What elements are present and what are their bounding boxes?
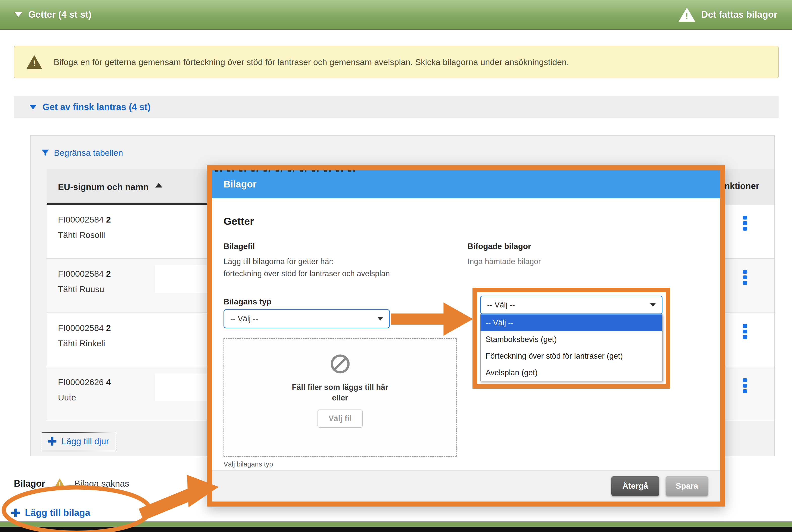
warning-icon xyxy=(26,55,42,69)
dropzone-or-text: eller xyxy=(332,393,348,402)
highlighted-dropdown-annotation: -- Välj -- -- Välj -- Stamboksbevis (get… xyxy=(472,288,670,388)
plus-icon xyxy=(48,437,56,445)
chevron-down-icon xyxy=(650,303,656,307)
bottom-black-bar xyxy=(0,527,792,532)
attachments-label: Bilagor xyxy=(14,478,45,489)
attachment-description-line1: Lägg till bilagorna för getter här: xyxy=(224,257,334,266)
chevron-down-icon xyxy=(15,12,22,17)
limit-table-label: Begränsa tabellen xyxy=(54,148,123,158)
file-dropzone[interactable]: Fäll filer som läggs till här eller Välj… xyxy=(224,338,457,457)
warning-icon xyxy=(679,7,695,22)
option-avelsplan[interactable]: Avelsplan (get) xyxy=(481,364,662,381)
section-header-finsk-lantras[interactable]: Get av finsk lantras (4 st) xyxy=(14,96,779,118)
modal-footer: Återgå Spara xyxy=(212,470,720,501)
attached-files-empty-text: Inga hämtade bilagor xyxy=(467,257,541,266)
option-forteckning[interactable]: Förteckning över stöd för lantraser (get… xyxy=(481,348,662,364)
save-button[interactable]: Spara xyxy=(666,476,708,496)
section-title: Get av finsk lantras (4 st) xyxy=(43,102,151,112)
row-actions-menu-button[interactable] xyxy=(743,270,747,285)
warning-banner: Bifoga en för getterna gemensam förteckn… xyxy=(14,46,779,78)
limit-table-link[interactable]: Begränsa tabellen xyxy=(41,148,123,158)
attachment-type-select-open[interactable]: -- Välj -- xyxy=(480,296,662,314)
row-actions-menu-button[interactable] xyxy=(743,324,747,339)
modal-heading: Getter xyxy=(224,215,254,227)
back-button[interactable]: Återgå xyxy=(611,476,659,496)
attachment-type-select[interactable]: -- Välj -- xyxy=(224,309,390,328)
filter-icon xyxy=(41,149,50,157)
header-status: Det fattas bilagor xyxy=(679,7,777,22)
attached-files-label: Bifogade bilagor xyxy=(467,242,531,251)
option-stamboksbevis[interactable]: Stamboksbevis (get) xyxy=(481,331,662,348)
page-title: Getter (4 st st) xyxy=(28,9,92,20)
attachment-description-line2: förteckning över stöd för lantraser och … xyxy=(224,269,390,278)
add-animal-label: Lägg till djur xyxy=(61,436,109,446)
clipped-background-text xyxy=(215,170,356,172)
add-attachment-link[interactable]: Lägg till bilaga xyxy=(11,508,90,518)
select-type-helper-text: Välj bilagans typ xyxy=(224,460,273,468)
column-header-eu-signum[interactable]: EU-signum och namn xyxy=(46,182,162,192)
sort-ascending-icon xyxy=(155,183,162,188)
modal-body: Getter Bilagefil Lägg till bilagorna för… xyxy=(212,198,720,470)
bottom-green-bar xyxy=(0,522,792,527)
chevron-down-icon xyxy=(30,105,37,109)
warning-banner-text: Bifoga en för getterna gemensam förteckn… xyxy=(54,57,569,67)
warning-icon xyxy=(54,478,66,489)
attachments-modal: Bilagor Getter Bilagefil Lägg till bilag… xyxy=(207,165,725,507)
status-text: Det fattas bilagor xyxy=(701,9,777,20)
select-value: -- Välj -- xyxy=(230,314,258,323)
dropzone-text: Fäll filer som läggs till här xyxy=(292,383,388,392)
annotation-arrow-shaft xyxy=(141,493,195,515)
attachment-type-options: -- Välj -- Stamboksbevis (get) Förteckni… xyxy=(480,314,662,381)
attachments-status-row: Bilagor Bilaga saknas xyxy=(14,478,129,489)
add-attachment-label: Lägg till bilaga xyxy=(25,508,90,518)
modal-titlebar: Bilagor xyxy=(212,170,720,198)
attachment-type-label: Bilagans typ xyxy=(224,297,271,306)
choose-file-button[interactable]: Välj fil xyxy=(317,410,363,428)
option-valj[interactable]: -- Välj -- xyxy=(481,315,662,331)
add-animal-link[interactable]: Lägg till djur xyxy=(41,432,116,450)
row-actions-menu-button[interactable] xyxy=(743,216,747,231)
attachment-missing-text: Bilaga saknas xyxy=(74,479,129,489)
page-header-bar: Getter (4 st st) Det fattas bilagor xyxy=(0,0,792,30)
attachment-file-label: Bilagefil xyxy=(224,242,255,251)
plus-icon xyxy=(11,509,20,517)
chevron-down-icon xyxy=(378,317,383,321)
modal-title: Bilagor xyxy=(224,179,256,190)
row-actions-menu-button[interactable] xyxy=(743,378,747,393)
section-getter-toggle[interactable]: Getter (4 st st) xyxy=(15,9,92,20)
no-file-icon xyxy=(330,354,350,374)
select-value: -- Välj -- xyxy=(487,300,515,309)
